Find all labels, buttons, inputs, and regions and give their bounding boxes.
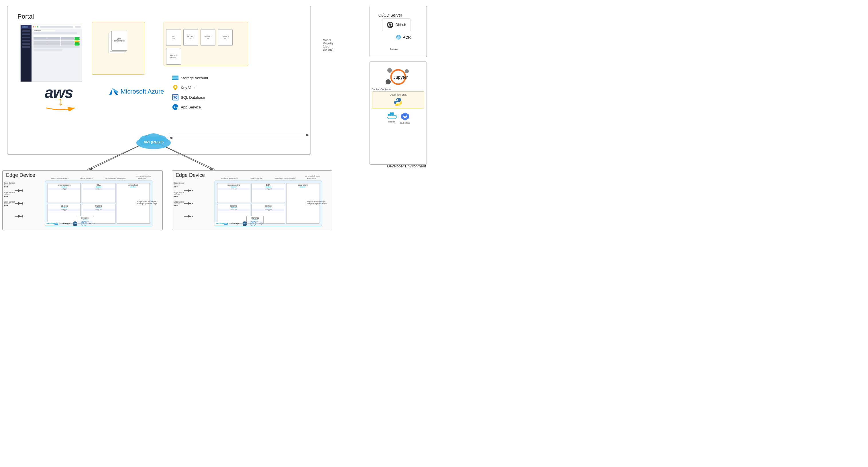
edge-sensor-2: Edge Sensor Sensors — [4, 192, 15, 197]
svg-rect-41 — [390, 114, 392, 115]
edge-sensor-group-1: Edge Sensor Sensors Edge Sensor Sensors … — [4, 182, 15, 206]
aws-logo: aws ⤵︎ — [45, 83, 76, 111]
svg-text:API {REST}: API {REST} — [144, 140, 163, 144]
acr-row: ACR — [396, 35, 411, 40]
kubeflow-icon-container: Kubeflow — [401, 112, 410, 124]
docker-container-label: Docker Container — [370, 87, 427, 91]
svg-marker-64 — [192, 214, 193, 218]
svg-rect-15 — [172, 75, 179, 77]
portal-label: Portal — [18, 13, 34, 20]
svg-point-36 — [405, 69, 409, 73]
mqtt-label-2: MQTT — [259, 223, 265, 225]
svg-point-19 — [175, 86, 176, 88]
legend: Storage Account Key Vault SQL — [172, 75, 208, 113]
keyvault-icon — [172, 85, 179, 91]
svg-marker-63 — [192, 202, 193, 205]
svg-rect-16 — [172, 77, 179, 79]
eda-step: EDA docker config.yml — [82, 183, 115, 203]
legend-sql: SQL SQL Database — [172, 94, 208, 100]
svg-text:PgSQL: PgSQL — [74, 223, 78, 224]
svg-rect-42 — [392, 114, 394, 115]
svg-marker-53 — [22, 214, 23, 218]
eda-step-2: EDA docker config.yml — [251, 183, 285, 203]
model-registry-label: Model Registry (blob storage) — [323, 39, 334, 51]
svg-text:SQL: SQL — [173, 96, 179, 99]
docker-icon — [387, 112, 397, 120]
devenv-tools: docker Kubeflow — [370, 110, 427, 127]
svg-point-37 — [385, 79, 391, 85]
influxdb-1: influxdbCSV — [45, 222, 60, 226]
sql-icon: SQL — [172, 94, 179, 100]
preprocessing-step-2: preprocessing docker config.yml — [217, 183, 250, 203]
devenv-label: Developer Environment — [387, 164, 426, 168]
cicd-label: CI/CD Server — [378, 13, 402, 18]
model-2-v1: Model 2v1 — [200, 29, 215, 46]
model-3-v1: Model 3v1 — [218, 29, 232, 46]
sensor-arrows-1 — [14, 185, 23, 223]
edge-device-2: Edge Device Edge Sensor Sensors Edge Sen… — [172, 170, 332, 230]
mqtt-label-1: MQTT — [89, 223, 95, 225]
docker-icon-container: docker — [387, 112, 397, 124]
jupyter-logo: Jupyter — [385, 66, 411, 86]
svg-rect-43 — [390, 112, 392, 114]
github-label: GitHub — [395, 23, 406, 27]
model-1-v1: Model 1v1 — [183, 29, 198, 46]
legend-keyvault: Key Vault — [172, 85, 208, 91]
portal-box: Portal C Experiments — [7, 6, 311, 155]
jupyter-content: Jupyter — [370, 62, 427, 87]
portal-screenshot: C Experiments — [20, 25, 82, 82]
python-icon — [394, 97, 402, 106]
edge-device-1-label: Edge Device — [3, 171, 162, 178]
postgresql-icon-2: PgSQL — [242, 221, 248, 226]
acr-label: ACR — [403, 35, 411, 39]
legend-appservice: App App Service — [172, 104, 208, 110]
storage-icon — [172, 75, 179, 81]
edge-client-manages-2: Edge client manages Octaipipe pipeline s… — [305, 201, 328, 205]
azure-logo: Microsoft Azure — [109, 88, 164, 96]
svg-text:App: App — [174, 106, 179, 109]
model-v0: Mov0 — [166, 29, 181, 46]
mqtt-icon-2 — [250, 220, 257, 227]
preprocessing-step: preprocessing docker config.yml — [48, 183, 81, 203]
svg-marker-12 — [109, 88, 113, 95]
model-3-release: Model 3release 1 — [166, 48, 181, 65]
sdk-container: OctaiPipe SDK — [372, 91, 424, 108]
svg-rect-40 — [388, 114, 390, 115]
model-registry-box: Model Registry (blob storage) Mov0 Model… — [163, 22, 248, 66]
kubeflow-label: Kubeflow — [401, 122, 410, 124]
storage-row-1: influxdbCSV Storage PgSQL MQTT — [45, 220, 95, 227]
svg-marker-62 — [192, 189, 193, 192]
azure-small-label: Azure — [390, 47, 398, 51]
mqtt-icon-1 — [80, 220, 87, 227]
edge-sensor-6: Edge Sensor Sensors — [174, 201, 185, 206]
legend-storage: Storage Account — [172, 75, 208, 81]
svg-rect-21 — [175, 89, 176, 90]
edge-sensor-5: Edge Sensor Sensors — [174, 192, 185, 197]
api-rest-cloud: API {REST} — [133, 132, 174, 151]
cicd-box: CI/CD Server GitHub ACR Azure — [370, 6, 427, 57]
edge-device-2-label: Edge Device — [172, 171, 332, 178]
svg-text:PgSQL: PgSQL — [244, 223, 248, 224]
component-store-box: Component Store (blob storage) yamlcompo… — [92, 22, 145, 75]
kubeflow-icon — [401, 112, 410, 121]
svg-marker-51 — [22, 189, 23, 192]
component-store-docs: yamlcomponents yamlcomponents — [108, 31, 129, 55]
sensor-arrows-2 — [184, 185, 193, 223]
svg-rect-17 — [172, 79, 179, 80]
storage-label-2: Storage — [231, 222, 240, 225]
storage-label-1: Storage — [62, 222, 70, 225]
acr-azure-icon — [396, 35, 401, 40]
docker-label: docker — [387, 121, 397, 123]
edge-sensor-1: Edge Sensor Sensors — [4, 182, 15, 188]
edge-sensor-group-2: Edge Sensor Sensors Edge Sensor Sensors … — [174, 182, 185, 206]
postgresql-icon-1: PgSQL — [72, 221, 78, 226]
github-icon — [387, 22, 394, 28]
svg-rect-44 — [392, 112, 394, 114]
edge-client-manages-1: Edge client manages Octaipipe pipeline s… — [135, 201, 158, 205]
svg-text:Jupyter: Jupyter — [393, 75, 408, 79]
svg-marker-52 — [22, 202, 23, 205]
appservice-icon: App — [172, 104, 179, 110]
storage-row-2: influxdbCSV Storage PgSQL MQTT — [215, 220, 265, 227]
edge-sensor-4: Edge Sensor Sensors — [174, 182, 185, 188]
github-box: GitHub — [382, 18, 411, 31]
